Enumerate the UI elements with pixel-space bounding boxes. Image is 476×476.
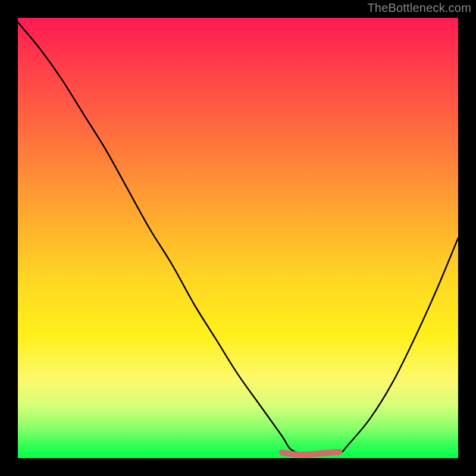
curve-layer [18,18,458,458]
optimal-range-highlight [282,452,339,455]
bottleneck-curve [18,22,458,454]
plot-area [18,18,458,458]
chart-frame: TheBottleneck.com [0,0,476,476]
watermark-text: TheBottleneck.com [367,1,471,15]
